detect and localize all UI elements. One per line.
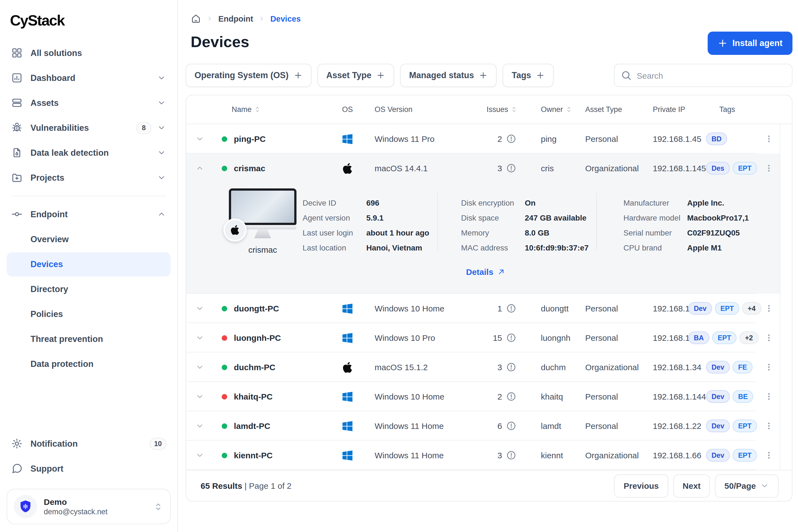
sidebar-item-dashboard[interactable]: Dashboard: [7, 65, 171, 90]
filter-managed-status[interactable]: Managed status: [400, 64, 497, 87]
column-header-os-version: OS Version: [366, 105, 466, 114]
tag-badge: Dev: [706, 361, 730, 374]
sidebar-item-data-leak-detection[interactable]: Data leak detection: [7, 140, 171, 165]
row-menu-button[interactable]: [758, 323, 780, 353]
filter-asset-type[interactable]: Asset Type: [317, 64, 394, 87]
detail-field-value: Apple Inc.: [687, 198, 724, 207]
sidebar-item-endpoint[interactable]: Endpoint: [7, 202, 171, 227]
device-row[interactable]: luongnh-PCWindows 10 Pro15luongnhPersona…: [186, 323, 792, 353]
device-row[interactable]: duchm-PCmacOS 15.1.23duchmOrganizational…: [186, 353, 792, 382]
row-menu-button[interactable]: [758, 382, 780, 411]
expand-row-button[interactable]: [186, 304, 213, 313]
table-footer: 65 Results | Page 1 of 2 Previous Next 5…: [186, 470, 792, 501]
device-row[interactable]: duongtt-PCWindows 10 Home1duongttPersona…: [186, 294, 792, 323]
search-input[interactable]: [614, 64, 793, 87]
detail-field-label: MAC address: [461, 243, 525, 252]
windows-icon: [329, 419, 366, 433]
row-menu-button[interactable]: [758, 353, 780, 382]
device-row[interactable]: kiennt-PCWindows 11 Home3kienntOrganizat…: [186, 440, 792, 470]
column-header-private-ip: Private IP: [653, 105, 706, 114]
sidebar-item-overview[interactable]: Overview: [7, 227, 171, 252]
status-dot-online: [222, 166, 227, 171]
tag-badge: EPT: [733, 419, 757, 432]
expand-row-button[interactable]: [186, 134, 213, 144]
expand-row-button[interactable]: [186, 392, 213, 401]
row-menu-button[interactable]: [758, 294, 780, 323]
issues-count: 15: [493, 333, 502, 342]
user-account-card[interactable]: Demo demo@cystack.net: [7, 489, 171, 524]
column-header-issues[interactable]: Issues: [466, 105, 519, 114]
device-detail-panel: crismacDecive ID696Agent version5.9.1Las…: [186, 183, 792, 294]
apple-badge-icon: [223, 218, 247, 242]
sidebar-item-vulnerabilities[interactable]: Vulnerabilities8: [7, 115, 171, 140]
sidebar-item-data-protection[interactable]: Data protection: [7, 352, 171, 376]
sidebar-item-directory[interactable]: Directory: [7, 277, 171, 302]
expand-row-button[interactable]: [186, 451, 213, 460]
tag-badge: EPT: [715, 302, 740, 315]
breadcrumb-item-devices[interactable]: Devices: [270, 14, 301, 23]
kebab-icon: [764, 134, 773, 144]
chevron-down-icon: [157, 173, 166, 182]
column-header-name[interactable]: Name: [213, 105, 329, 114]
alert-circle-icon: [506, 163, 516, 173]
device-row[interactable]: lamdt-PCWindows 11 Home6lamdtPersonal192…: [186, 411, 792, 440]
breadcrumb-separator-icon: [206, 15, 213, 22]
filter-tags[interactable]: Tags: [503, 64, 554, 87]
per-page-select[interactable]: 50/Page: [715, 474, 779, 497]
os-version: Windows 10 Pro: [366, 333, 466, 342]
plus-icon: [479, 71, 488, 80]
tags-cell: DevBE: [706, 390, 758, 403]
home-icon[interactable]: [191, 13, 201, 24]
expand-row-button[interactable]: [186, 421, 213, 431]
detail-field-label: Hardware model: [624, 213, 687, 222]
breadcrumb-item-endpoint[interactable]: Endpoint: [218, 14, 253, 23]
os-version: Windows 11 Pro: [366, 134, 466, 144]
row-menu-button[interactable]: [758, 124, 780, 153]
device-row[interactable]: crismacmacOS 14.4.13crisOrganizational19…: [186, 153, 792, 183]
next-page-button[interactable]: Next: [673, 474, 710, 497]
sidebar-item-all-solutions[interactable]: All solutions: [7, 40, 171, 65]
apple-icon: [329, 361, 366, 373]
sidebar-item-policies[interactable]: Policies: [7, 302, 171, 326]
endpoint-icon: [11, 208, 23, 220]
sidebar-item-devices[interactable]: Devices: [7, 252, 171, 277]
sidebar-item-label: Vulnerabilities: [31, 123, 89, 133]
sidebar-item-assets[interactable]: Assets: [7, 90, 171, 115]
collapse-row-button[interactable]: [186, 164, 213, 173]
device-row[interactable]: khaitq-PCWindows 10 Home2khaitqPersonal1…: [186, 382, 792, 411]
detail-field: Disk space247 GB available: [461, 210, 589, 225]
plus-icon: [293, 71, 302, 80]
windows-icon: [329, 331, 366, 344]
column-header-owner[interactable]: Owner: [519, 105, 585, 114]
sidebar-item-notification[interactable]: Notification10: [7, 431, 171, 456]
issues-cell: 6: [466, 421, 519, 431]
filter-operating-system-os[interactable]: Operating System (OS): [186, 64, 311, 87]
expand-row-button[interactable]: [186, 362, 213, 372]
device-name: kiennt-PC: [234, 451, 273, 460]
alert-circle-icon: [506, 391, 516, 402]
status-dot-online: [222, 136, 227, 141]
row-menu-button[interactable]: [758, 440, 780, 470]
previous-page-button[interactable]: Previous: [614, 474, 668, 497]
filter-label: Managed status: [409, 70, 474, 80]
sidebar-item-projects[interactable]: Projects: [7, 165, 171, 190]
sidebar-item-label: Notification: [31, 439, 78, 449]
row-menu-button[interactable]: [758, 411, 780, 440]
details-link[interactable]: Details: [466, 267, 506, 277]
expand-row-button[interactable]: [186, 333, 213, 342]
device-row[interactable]: ping-PCWindows 11 Pro2pingPersonal192.16…: [186, 124, 792, 153]
search-box: [614, 64, 793, 87]
results-summary: 65 Results | Page 1 of 2: [201, 481, 291, 491]
issues-cell: 1: [466, 303, 519, 314]
sidebar-item-threat-prevention[interactable]: Threat prevention: [7, 327, 171, 352]
device-name: lamdt-PC: [234, 421, 270, 431]
per-page-label: 50/Page: [725, 481, 756, 491]
row-menu-button[interactable]: [758, 153, 780, 183]
sidebar-item-label: Dashboard: [31, 73, 75, 83]
column-header-label: OS Version: [375, 105, 413, 114]
tag-badge: BA: [688, 331, 709, 344]
chevron-down-icon: [157, 123, 166, 132]
install-agent-button[interactable]: Install agent: [707, 32, 793, 55]
doc-drop-icon: [11, 147, 23, 158]
sidebar-item-support[interactable]: Support: [7, 456, 171, 481]
